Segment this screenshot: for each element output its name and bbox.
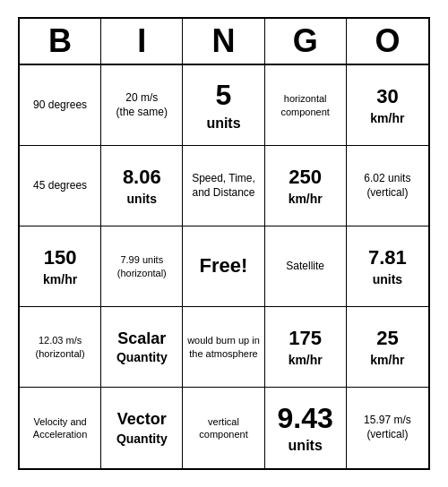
bingo-cell: 30km/hr: [347, 65, 428, 146]
bingo-cell: 25km/hr: [347, 307, 428, 388]
bingo-cell: would burn up in the atmosphere: [183, 307, 264, 388]
bingo-cell: 8.06units: [101, 146, 183, 226]
bingo-cell: 175km/hr: [265, 307, 347, 388]
bingo-cell: 7.99 units (horizontal): [101, 226, 183, 307]
header-letter: G: [265, 19, 347, 64]
bingo-cell: Free!: [183, 226, 264, 307]
bingo-cell: 7.81units: [347, 226, 428, 307]
bingo-cell: 15.97 m/s (vertical): [347, 388, 428, 468]
bingo-cell: ScalarQuantity: [101, 307, 183, 388]
bingo-cell: 6.02 units (vertical): [347, 146, 428, 226]
header-letter: O: [347, 19, 428, 64]
bingo-header: BINGO: [20, 19, 428, 65]
bingo-card: BINGO 90 degrees20 m/s(the same)5unitsho…: [18, 17, 430, 470]
bingo-cell: 250km/hr: [265, 146, 347, 226]
header-letter: B: [20, 19, 101, 64]
bingo-cell: 45 degrees: [20, 146, 101, 226]
bingo-cell: Speed, Time, and Distance: [183, 146, 264, 226]
header-letter: I: [101, 19, 183, 64]
bingo-cell: VectorQuantity: [101, 388, 183, 468]
bingo-cell: 90 degrees: [20, 65, 101, 146]
bingo-cell: 20 m/s(the same): [101, 65, 183, 146]
bingo-cell: horizontal component: [265, 65, 347, 146]
bingo-cell: 5units: [183, 65, 264, 146]
bingo-cell: 9.43units: [265, 388, 347, 468]
bingo-cell: Velocity and Acceleration: [20, 388, 101, 468]
header-letter: N: [183, 19, 264, 64]
bingo-cell: vertical component: [183, 388, 264, 468]
bingo-cell: Satellite: [265, 226, 347, 307]
bingo-cell: 12.03 m/s (horizontal): [20, 307, 101, 388]
bingo-cell: 150km/hr: [20, 226, 101, 307]
bingo-grid: 90 degrees20 m/s(the same)5unitshorizont…: [20, 65, 428, 468]
